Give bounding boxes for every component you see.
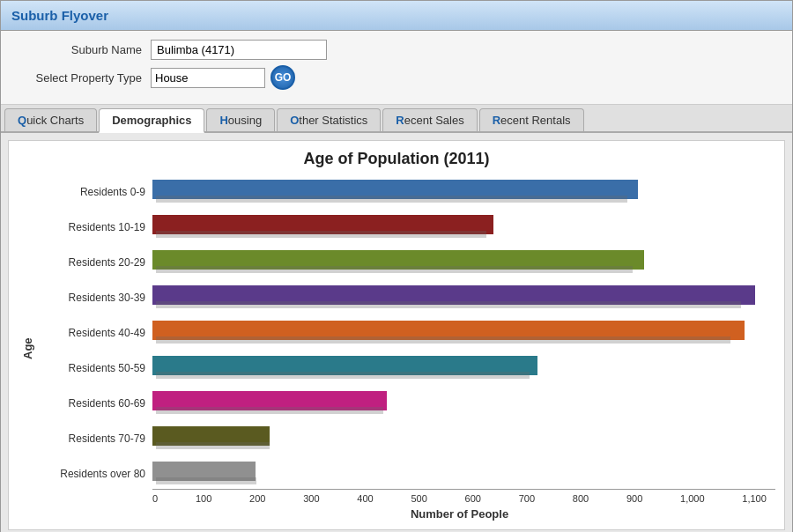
tab-quick-charts[interactable]: Quick Charts [4,108,97,131]
go-button[interactable]: GO [271,65,295,90]
x-tick: 700 [519,493,535,504]
x-tick: 300 [303,493,319,504]
bar-row: Residents 60-69 [38,388,767,418]
bar-wrapper [152,356,767,381]
x-tick: 800 [573,493,589,504]
bars-area: Residents 0-9 Residents 10-19 Residents … [38,177,775,489]
bar-wrapper [152,250,767,275]
x-tick: 200 [249,493,265,504]
x-tick: 100 [196,493,211,504]
x-ticks: 01002003004005006007008009001,0001,100 [152,490,767,504]
chart-area: Age of Population (2011) Age Residents 0… [8,140,785,530]
bar-wrapper [152,321,767,345]
x-tick: 400 [357,493,373,504]
suburb-label: Suburb Name [19,43,151,56]
bar-label: Residents 10-19 [38,221,152,233]
tab-demographics[interactable]: Demographics [99,108,204,133]
bar-wrapper [152,180,767,204]
app-title: Suburb Flyover [11,8,782,23]
bar-label: Residents over 80 [38,468,152,480]
bar-wrapper [152,426,767,451]
bar-row: Residents 70-79 [38,424,767,454]
bar-row: Residents 30-39 [38,283,767,313]
x-tick: 1,000 [680,493,705,504]
bar-wrapper [152,285,767,310]
bar-label: Residents 20-29 [38,256,152,269]
bar-label: Residents 70-79 [38,432,152,445]
bar-wrapper [152,391,767,416]
tab-other-statistics[interactable]: Other Statistics [277,108,381,131]
x-tick: 900 [626,493,642,504]
bar-row: Residents 50-59 [38,353,767,383]
bar-row: Residents 10-19 [38,212,767,242]
tab-housing[interactable]: Housing [206,108,275,131]
x-axis-label: Number of People [152,507,767,521]
tab-recent-rentals[interactable]: Recent Rentals [479,108,584,131]
bar-row: Residents 20-29 [38,248,767,277]
bar-row: Residents 40-49 [38,318,767,348]
suburb-input[interactable] [151,40,327,60]
tab-bar: Quick Charts Demographics Housing Other … [1,105,792,133]
x-tick: 0 [152,493,158,504]
bar-label: Residents 60-69 [38,397,152,410]
bar-label: Residents 50-59 [38,362,152,374]
bar-row: Residents 0-9 [38,177,767,207]
bar-label: Residents 40-49 [38,327,152,339]
bar-row: Residents over 80 [38,459,767,489]
bar-label: Residents 30-39 [38,292,152,304]
property-select[interactable]: House Unit Land [151,68,265,88]
bar-label: Residents 0-9 [38,186,152,198]
bar-wrapper [152,215,767,240]
property-label: Select Property Type [19,71,151,85]
x-tick: 600 [465,493,481,504]
x-tick: 1,100 [742,493,767,504]
x-tick: 500 [411,493,426,504]
chart-title: Age of Population (2011) [18,150,775,168]
tab-recent-sales[interactable]: Recent Sales [382,108,477,131]
bar-wrapper [152,462,767,486]
y-axis-label: Age [18,177,38,521]
